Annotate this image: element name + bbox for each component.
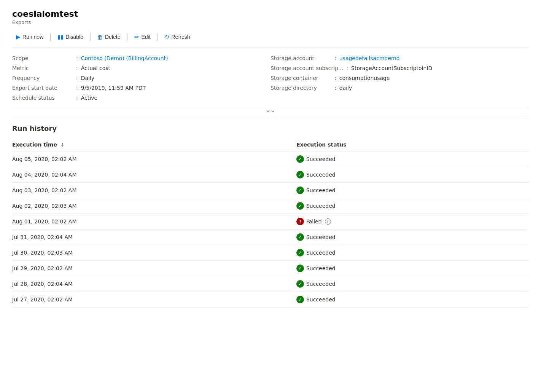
- execution-status-cell: ✓Succeeded: [296, 151, 529, 167]
- detail-label: Schedule status: [12, 95, 73, 101]
- toolbar-separator-2: [90, 33, 91, 41]
- disable-button[interactable]: ▮▮ Disable: [54, 31, 87, 43]
- table-row: Aug 01, 2020, 02:02 AM!Failedi: [12, 214, 529, 229]
- info-icon[interactable]: i: [325, 218, 331, 225]
- detail-separator: :: [76, 85, 78, 91]
- detail-value: Actual cost: [81, 65, 110, 71]
- detail-separator: :: [334, 75, 336, 81]
- details-right-col: Storage account:usagedetailsacmdemoStora…: [270, 55, 529, 101]
- detail-value[interactable]: Contoso (Demo) (BillingAccount): [81, 55, 168, 61]
- edit-button[interactable]: ✏ Edit: [130, 31, 154, 43]
- disable-icon: ▮▮: [57, 33, 64, 40]
- success-icon: ✓: [296, 249, 304, 257]
- status-text: Succeeded: [306, 156, 336, 162]
- success-icon: ✓: [296, 202, 304, 210]
- detail-label: Export start date: [12, 85, 73, 91]
- status-text: Succeeded: [306, 203, 336, 209]
- table-row: Jul 29, 2020, 02:02 AM✓Succeeded: [12, 261, 529, 276]
- status-text: Succeeded: [306, 296, 336, 303]
- details-section: Scope:Contoso (Demo) (BillingAccount)Met…: [12, 55, 529, 101]
- detail-label: Scope: [12, 55, 73, 61]
- success-icon: ✓: [296, 186, 304, 194]
- table-row: Jul 30, 2020, 02:03 AM✓Succeeded: [12, 245, 529, 261]
- toolbar-separator-4: [158, 33, 158, 41]
- detail-row: Storage account:usagedetailsacmdemo: [270, 55, 529, 61]
- detail-label: Storage account: [270, 55, 331, 61]
- table-row: Aug 03, 2020, 02:02 AM✓Succeeded: [12, 183, 529, 198]
- success-icon: ✓: [296, 233, 304, 241]
- execution-time-cell: Jul 30, 2020, 02:03 AM: [12, 245, 296, 261]
- edit-icon: ✏: [134, 33, 139, 40]
- col-header-execution-time[interactable]: Execution time ↕: [12, 139, 296, 151]
- execution-status-cell: ✓Succeeded: [296, 276, 529, 292]
- execution-time-cell: Aug 05, 2020, 02:02 AM: [12, 151, 296, 167]
- detail-row: Scope:Contoso (Demo) (BillingAccount): [12, 55, 270, 61]
- success-icon: ✓: [296, 265, 304, 272]
- execution-time-cell: Jul 27, 2020, 02:02 AM: [12, 292, 296, 308]
- execution-status-cell: ✓Succeeded: [296, 229, 529, 245]
- detail-row: Export start date:9/5/2019, 11:59 AM PDT: [12, 85, 270, 91]
- run-now-icon: ▶: [16, 33, 21, 40]
- execution-status-cell: !Failedi: [296, 214, 529, 229]
- collapse-icon: ⌃⌃: [266, 110, 275, 116]
- breadcrumb: Exports: [12, 19, 529, 25]
- page-title: coeslalomtest: [12, 9, 529, 19]
- success-icon: ✓: [296, 296, 304, 303]
- detail-row: Storage container:consumptionusage: [270, 75, 529, 81]
- status-text: Succeeded: [306, 281, 336, 287]
- success-icon: ✓: [296, 280, 304, 288]
- execution-status-cell: ✓Succeeded: [296, 261, 529, 276]
- detail-label: Metric: [12, 65, 73, 71]
- refresh-icon: ↻: [165, 33, 170, 40]
- detail-separator: :: [76, 55, 78, 61]
- refresh-button[interactable]: ↻ Refresh: [161, 31, 194, 43]
- detail-label: Storage directory: [270, 85, 331, 91]
- detail-value: daily: [339, 85, 352, 91]
- toolbar: ▶ Run now ▮▮ Disable 🗑 Delete ✏ Edit ↻ R…: [12, 31, 529, 48]
- execution-status-cell: ✓Succeeded: [296, 198, 529, 214]
- execution-time-cell: Jul 28, 2020, 02:04 AM: [12, 276, 296, 292]
- detail-separator: :: [334, 85, 336, 91]
- detail-separator: :: [346, 65, 348, 71]
- execution-status-cell: ✓Succeeded: [296, 167, 529, 183]
- detail-value[interactable]: usagedetailsacmdemo: [339, 55, 400, 61]
- status-text: Failed: [306, 218, 322, 225]
- detail-value: consumptionusage: [339, 75, 390, 81]
- execution-status-cell: ✓Succeeded: [296, 183, 529, 198]
- detail-row: Storage directory:daily: [270, 85, 529, 91]
- delete-button[interactable]: 🗑 Delete: [94, 32, 124, 43]
- collapse-button[interactable]: ⌃⌃: [12, 107, 529, 118]
- execution-time-cell: Jul 31, 2020, 02:04 AM: [12, 229, 296, 245]
- status-text: Succeeded: [306, 265, 336, 271]
- detail-value: Daily: [81, 75, 94, 81]
- execution-time-cell: Jul 29, 2020, 02:02 AM: [12, 261, 296, 276]
- table-row: Aug 05, 2020, 02:02 AM✓Succeeded: [12, 151, 529, 167]
- status-text: Succeeded: [306, 250, 336, 256]
- execution-time-cell: Aug 02, 2020, 02:03 AM: [12, 198, 296, 214]
- delete-icon: 🗑: [97, 34, 103, 40]
- detail-row: Frequency:Daily: [12, 75, 270, 81]
- run-history-section: Run history Execution time ↕ Execution s…: [12, 124, 529, 308]
- detail-separator: :: [76, 95, 78, 101]
- detail-row: Metric:Actual cost: [12, 65, 270, 71]
- success-icon: ✓: [296, 171, 304, 178]
- sort-icon: ↕: [60, 142, 64, 148]
- execution-status-cell: ✓Succeeded: [296, 292, 529, 308]
- toolbar-separator-1: [50, 33, 51, 41]
- run-history-table: Execution time ↕ Execution status Aug 05…: [12, 139, 529, 308]
- detail-value: StorageAccountSubscriptoinID: [351, 65, 432, 71]
- execution-time-cell: Aug 04, 2020, 02:04 AM: [12, 167, 296, 183]
- execution-status-cell: ✓Succeeded: [296, 245, 529, 261]
- detail-label: Frequency: [12, 75, 73, 81]
- failed-icon: !: [296, 218, 304, 225]
- detail-label: Storage account subscrip...: [270, 65, 343, 71]
- execution-time-cell: Aug 01, 2020, 02:02 AM: [12, 214, 296, 229]
- table-row: Aug 02, 2020, 02:03 AM✓Succeeded: [12, 198, 529, 214]
- detail-value: Active: [81, 95, 97, 101]
- detail-separator: :: [76, 75, 78, 81]
- detail-separator: :: [76, 65, 78, 71]
- toolbar-separator-3: [127, 33, 127, 41]
- run-now-button[interactable]: ▶ Run now: [12, 31, 47, 43]
- table-row: Jul 31, 2020, 02:04 AM✓Succeeded: [12, 229, 529, 245]
- status-text: Succeeded: [306, 234, 336, 240]
